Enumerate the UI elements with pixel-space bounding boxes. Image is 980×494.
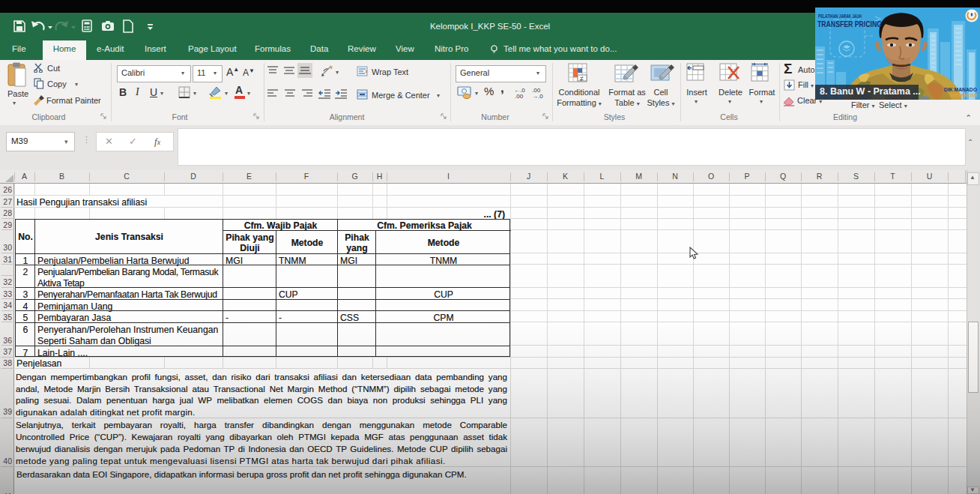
svg-text:DIK MANADO: DIK MANADO bbox=[944, 86, 977, 93]
svg-text:.00: .00 bbox=[515, 93, 524, 99]
svg-text:SEPTEMBER 2022: SEPTEMBER 2022 bbox=[950, 93, 977, 97]
svg-text:TRANSFER PRICING: TRANSFER PRICING bbox=[817, 19, 882, 28]
svg-text:PELATIHAN JARAK JAUH: PELATIHAN JARAK JAUH bbox=[818, 13, 862, 19]
svg-text:≠: ≠ bbox=[580, 75, 584, 82]
svg-text:→.0: →.0 bbox=[532, 93, 543, 99]
